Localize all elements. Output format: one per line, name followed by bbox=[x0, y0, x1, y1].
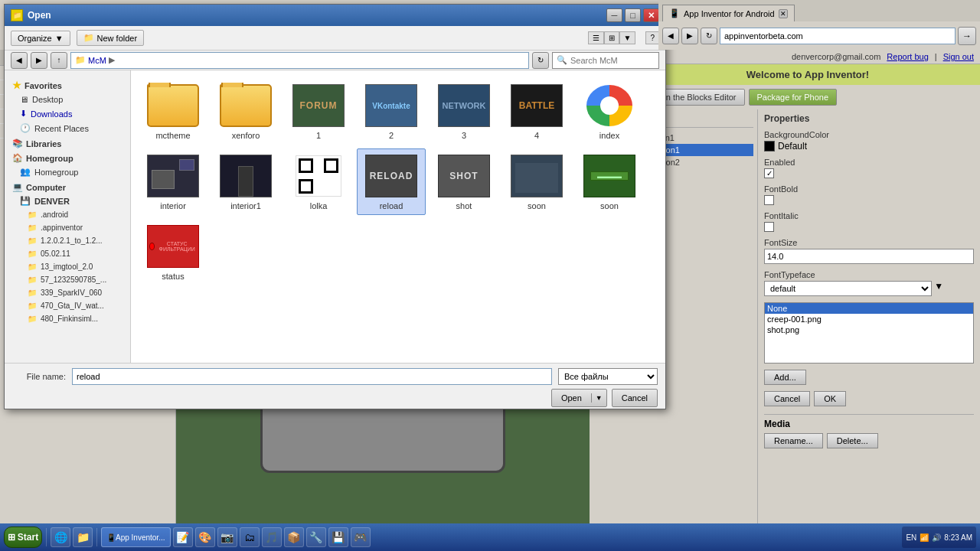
listbox-item-none[interactable]: None bbox=[765, 303, 973, 314]
sidebar-item-downloads[interactable]: ⬇ Downloads bbox=[5, 106, 130, 121]
filename-input[interactable] bbox=[72, 368, 552, 385]
rename-button[interactable]: Rename... bbox=[764, 433, 823, 448]
color-swatch[interactable] bbox=[764, 141, 775, 152]
enabled-checkbox[interactable]: ✓ bbox=[764, 168, 774, 178]
taskbar-icon-7[interactable]: 🔧 bbox=[306, 527, 326, 547]
delete-button[interactable]: Delete... bbox=[827, 433, 878, 448]
image-listbox[interactable]: None creep-001.png shot.png bbox=[764, 302, 974, 364]
file-item-4[interactable]: BATTLE 4 bbox=[502, 78, 571, 145]
folder-icon-xenforo bbox=[220, 84, 272, 127]
up-button[interactable]: ↑ bbox=[51, 52, 67, 69]
sidebar-item-339[interactable]: 📁 339_SparkIV_060 bbox=[5, 286, 130, 299]
taskbar-icon-8[interactable]: 💾 bbox=[328, 527, 348, 547]
browser-tab-right[interactable]: 📱 App Inventor for Android ✕ bbox=[662, 5, 795, 21]
sidebar-item-0502[interactable]: 📁 05.02.11 bbox=[5, 247, 130, 260]
forward-button[interactable]: ▶ bbox=[31, 52, 47, 69]
listbox-item-shot[interactable]: shot.png bbox=[765, 324, 973, 335]
dialog-title-left: 📁 Open bbox=[11, 9, 51, 21]
address-bar-right[interactable]: appinventorbeta.com bbox=[720, 28, 956, 44]
file-item-2[interactable]: VKontakte 2 bbox=[357, 78, 426, 145]
tab-close-icon[interactable]: ✕ bbox=[779, 9, 788, 18]
view-btn-grid[interactable]: ⊞ bbox=[604, 31, 619, 44]
breadcrumb-path[interactable]: McM bbox=[88, 56, 106, 65]
add-button[interactable]: Add... bbox=[764, 370, 806, 385]
cancel-ok-ok[interactable]: OK bbox=[814, 391, 846, 406]
back-nav[interactable]: ◀ bbox=[662, 28, 679, 44]
fontbold-checkbox[interactable] bbox=[764, 195, 774, 205]
search-input[interactable] bbox=[570, 56, 647, 65]
fontsize-input[interactable] bbox=[764, 249, 974, 264]
file-name-1: 1 bbox=[316, 131, 321, 140]
sidebar-item-appinventor[interactable]: 📁 .appinventor bbox=[5, 221, 130, 234]
taskbar-icon-5[interactable]: 🎵 bbox=[262, 527, 282, 547]
taskbar-icon-browser[interactable]: 🌐 bbox=[51, 527, 70, 547]
sidebar-item-android[interactable]: 📁 .android bbox=[5, 208, 130, 221]
back-button[interactable]: ◀ bbox=[11, 52, 28, 69]
minimize-button[interactable]: ─ bbox=[606, 8, 622, 22]
sidebar-item-470[interactable]: 📁 470_Gta_IV_wat... bbox=[5, 299, 130, 312]
sign-out-link[interactable]: Sign out bbox=[943, 52, 974, 61]
close-button[interactable]: ✕ bbox=[643, 8, 659, 22]
fonttypeface-select[interactable]: default bbox=[764, 281, 932, 296]
open-btn-arrow[interactable]: ▼ bbox=[592, 394, 606, 402]
open-button[interactable]: Open ▼ bbox=[551, 389, 607, 407]
file-name-soon1: soon bbox=[528, 201, 546, 210]
sidebar-item-57[interactable]: 📁 57_1232590785_... bbox=[5, 273, 130, 286]
file-item-1[interactable]: FORUM 1 bbox=[284, 78, 353, 145]
fontbold-label: FontBold bbox=[764, 184, 974, 194]
sidebar-item-recent[interactable]: 🕐 Recent Places bbox=[5, 121, 130, 135]
sidebar-item-homegroup[interactable]: 👥 Homegroup bbox=[5, 165, 130, 179]
file-name-2: 2 bbox=[389, 131, 394, 140]
forward-nav[interactable]: ▶ bbox=[681, 28, 698, 44]
listbox-item-creep[interactable]: creep-001.png bbox=[765, 314, 973, 324]
cancel-button[interactable]: Cancel bbox=[612, 389, 658, 407]
refresh-button[interactable]: ↻ bbox=[532, 52, 549, 69]
taskbar-icon-6[interactable]: 📦 bbox=[284, 527, 304, 547]
package-for-phone-button[interactable]: Package for Phone bbox=[749, 89, 838, 106]
taskbar-appinventor-label: App Inventor... bbox=[116, 533, 165, 542]
file-item-3[interactable]: NETWORK 3 bbox=[430, 78, 498, 145]
sidebar-item-denver[interactable]: 💾 DENVER bbox=[5, 194, 130, 208]
sidebar-item-480[interactable]: 📁 480_Finkinsiml... bbox=[5, 312, 130, 325]
maximize-button[interactable]: □ bbox=[625, 8, 641, 22]
refresh-nav[interactable]: ↻ bbox=[701, 28, 717, 44]
file-item-index[interactable]: index bbox=[575, 78, 644, 145]
view-btn-list[interactable]: ☰ bbox=[588, 31, 604, 44]
view-btn-details[interactable]: ▼ bbox=[619, 31, 636, 44]
sidebar-item-imgtool[interactable]: 📁 13_imgtool_2.0 bbox=[5, 260, 130, 273]
taskbar-icon-1[interactable]: 📝 bbox=[173, 527, 193, 547]
taskbar-icon-2[interactable]: 🎨 bbox=[195, 527, 215, 547]
file-item-xenforo[interactable]: xenforo bbox=[211, 78, 280, 145]
file-item-status[interactable]: СТАТУС ФИЛЬТРАЦИИ status bbox=[139, 219, 207, 285]
fontitalic-checkbox[interactable] bbox=[764, 222, 774, 232]
file-item-soon2[interactable]: ▬▬▬▬ soon bbox=[575, 148, 644, 215]
report-bug-link[interactable]: Report bug bbox=[887, 52, 928, 61]
file-thumb-mctheme bbox=[145, 83, 201, 129]
sidebar-item-120[interactable]: 📁 1.2.0.2.1_to_1.2... bbox=[5, 234, 130, 247]
sidebar-item-desktop[interactable]: 🖥 Desktop bbox=[5, 93, 130, 106]
file-item-mctheme[interactable]: mctheme bbox=[139, 78, 207, 145]
cancel-ok-cancel[interactable]: Cancel bbox=[764, 391, 810, 406]
start-button[interactable]: ⊞ Start bbox=[4, 527, 42, 548]
taskbar-icon-explorer[interactable]: 📁 bbox=[73, 527, 93, 547]
file-item-interior1[interactable]: interior1 bbox=[211, 148, 280, 215]
taskbar-icon-4[interactable]: 🗂 bbox=[240, 527, 260, 547]
filetype-select[interactable]: Все файлы bbox=[558, 368, 658, 385]
taskbar-appinventor[interactable]: 📱 App Inventor... bbox=[101, 527, 171, 547]
go-button[interactable]: → bbox=[958, 27, 976, 45]
organize-button[interactable]: Organize ▼ bbox=[11, 31, 70, 46]
file-item-interior[interactable]: interior bbox=[139, 148, 207, 215]
prop-image: None creep-001.png shot.png bbox=[764, 302, 974, 364]
recent-label: Recent Places bbox=[34, 124, 89, 133]
taskbar-icon-9[interactable]: 🎮 bbox=[351, 527, 371, 547]
file-item-lolka[interactable]: lolka bbox=[284, 148, 353, 215]
help-button[interactable]: ? bbox=[645, 31, 659, 44]
new-folder-button[interactable]: 📁 New folder bbox=[77, 30, 145, 46]
taskbar-icon-3[interactable]: 📷 bbox=[217, 527, 237, 547]
file-item-shot[interactable]: SHOT shot bbox=[430, 148, 498, 215]
dialog-title-icon: 📁 bbox=[11, 9, 23, 21]
file-item-soon1[interactable]: soon bbox=[502, 148, 571, 215]
file-name-interior1: interior1 bbox=[230, 201, 261, 210]
file-thumb-2: VKontakte bbox=[364, 83, 419, 129]
file-item-reload[interactable]: RELOAD reload bbox=[357, 148, 426, 215]
